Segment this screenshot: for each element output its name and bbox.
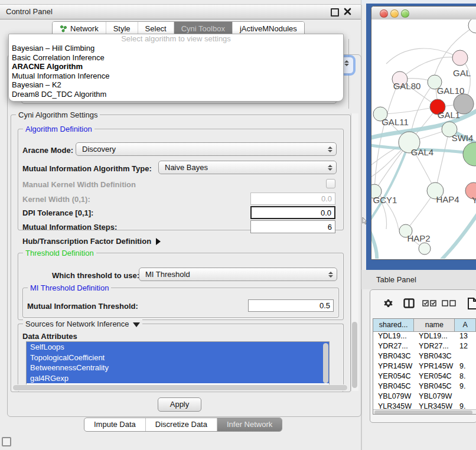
collapse-down-icon[interactable] xyxy=(133,322,140,327)
table-row[interactable]: YBL079WYBL079W xyxy=(373,392,476,402)
apply-button[interactable]: Apply xyxy=(158,397,201,412)
combo-arrows-icon xyxy=(328,165,332,171)
table-cell: YLR345W xyxy=(414,402,455,409)
table-row[interactable]: YBR043CYBR043C xyxy=(373,351,476,361)
attribute-item[interactable]: SelfLoops xyxy=(27,342,329,353)
network-node[interactable] xyxy=(468,19,476,33)
table-cell: 9. xyxy=(455,361,476,371)
close-traffic-light-icon[interactable] xyxy=(380,9,388,18)
algorithm-option[interactable]: Dream8 DC_TDC Algorithm xyxy=(9,90,343,99)
network-edge xyxy=(434,208,476,259)
table-cell: YDL19... xyxy=(414,331,455,341)
mi-threshold-field[interactable] xyxy=(248,299,334,312)
column-header-name[interactable]: name xyxy=(414,319,455,331)
network-canvas[interactable]: GALGAL80GAL10GAL1GAL11SWI4GAL4GCY1HAP4YH… xyxy=(371,19,476,259)
kernel-width-label: Kernel Width (0,1): xyxy=(22,195,90,204)
mouse-cursor-icon xyxy=(362,217,367,224)
column-header-partial[interactable]: A xyxy=(455,319,476,331)
tab-infer-network[interactable]: Infer Network xyxy=(217,418,282,431)
table-cell: YBL079W xyxy=(414,392,455,402)
dpi-tolerance-field[interactable] xyxy=(250,206,335,219)
document-icon[interactable] xyxy=(467,297,476,310)
node-label: GAL80 xyxy=(393,81,421,91)
algorithm-option[interactable]: Bayesian – K2 xyxy=(9,80,343,90)
tab-cyni-toolbox[interactable]: Cyni Toolbox xyxy=(174,22,233,35)
node-label: HAP4 xyxy=(436,194,459,204)
tab-label: Cyni Toolbox xyxy=(181,24,225,33)
minimize-traffic-light-icon[interactable] xyxy=(390,9,399,18)
network-view-window[interactable]: GALGAL80GAL10GAL1GAL11SWI4GAL4GCY1HAP4YH… xyxy=(371,6,476,260)
table-row[interactable]: YPR145WYPR145W9. xyxy=(373,361,476,371)
attribute-item[interactable]: TopologicalCoefficient xyxy=(27,353,329,363)
float-window-icon[interactable] xyxy=(331,8,339,17)
table-cell: YLR345W xyxy=(373,402,414,409)
column-header-shared-name[interactable]: shared... xyxy=(373,319,414,331)
zoom-traffic-light-icon[interactable] xyxy=(401,9,409,18)
network-node[interactable] xyxy=(419,243,431,255)
columns-icon[interactable] xyxy=(403,298,415,308)
table-cell: 8. xyxy=(455,371,476,381)
dock-window-icon[interactable] xyxy=(2,437,11,446)
table-cell: YER054C xyxy=(414,371,455,381)
table-row[interactable]: YDL19...YDL19...13 xyxy=(373,331,476,341)
table-horizontal-scrollbar[interactable] xyxy=(373,409,476,415)
aracne-mode-label: Aracne Mode: xyxy=(22,146,73,155)
hub-definition-section[interactable]: Hub/Transcription Factor Definition xyxy=(22,236,161,246)
tab-discretize-data[interactable]: Discretize Data xyxy=(146,418,217,431)
table-row[interactable]: YDR27...YDR27...12 xyxy=(373,341,476,351)
tab-jactivemnodules[interactable]: jActiveMNodules xyxy=(233,22,304,35)
tab-style[interactable]: Style xyxy=(106,22,138,35)
attribute-item[interactable]: BetweennessCentrality xyxy=(27,363,329,373)
network-window-titlebar[interactable] xyxy=(371,6,476,20)
algorithm-dropdown-popup: Select algorithm to view settings Bayesi… xyxy=(8,34,344,102)
which-threshold-combo[interactable]: MI Threshold xyxy=(139,268,337,281)
node-label: GCY1 xyxy=(373,195,397,205)
algorithm-option[interactable]: Basic Correlation Inference xyxy=(9,53,343,63)
data-attributes-label: Data Attributes xyxy=(22,332,77,341)
attribute-item[interactable]: gal4RGexp xyxy=(27,373,329,384)
tab-label: jActiveMNodules xyxy=(240,24,297,33)
table-panel-titlebar: Table Panel xyxy=(361,270,476,289)
checked-pair-icon[interactable] xyxy=(422,300,436,306)
control-panel-titlebar: Control Panel xyxy=(0,4,361,19)
network-edge xyxy=(371,227,377,259)
tab-label: Network xyxy=(70,24,99,33)
combo-value: Discovery xyxy=(82,145,328,154)
table-row[interactable]: YER054CYER054C8. xyxy=(373,371,476,381)
horizontal-scrollbar[interactable] xyxy=(12,384,348,391)
combo-arrows-icon xyxy=(328,146,332,152)
kernel-width-field[interactable] xyxy=(250,193,335,205)
node-label: GAL11 xyxy=(382,117,409,127)
mi-steps-label: Mutual Information Steps: xyxy=(22,223,117,231)
mi-steps-field[interactable] xyxy=(250,220,335,233)
manual-kernel-width-checkbox[interactable] xyxy=(326,179,335,188)
tab-select[interactable]: Select xyxy=(138,22,174,35)
application-root: Control Panel Network Style Select Cyni … xyxy=(0,0,476,450)
tab-network[interactable]: Network xyxy=(53,22,106,35)
aracne-mode-combo[interactable]: Discovery xyxy=(76,142,337,156)
mi-threshold-label: Mutual Information Threshold: xyxy=(27,302,138,311)
algorithm-option[interactable]: Bayesian – Hill Climbing xyxy=(9,44,343,53)
algorithm-option[interactable]: ARACNE Algorithm xyxy=(9,62,343,71)
mi-algorithm-type-combo[interactable]: Naive Bayes xyxy=(158,161,337,174)
close-icon[interactable] xyxy=(344,8,351,15)
table-cell: YDL19... xyxy=(373,331,414,341)
data-attributes-list[interactable]: SelfLoopsTopologicalCoefficientBetweenne… xyxy=(26,341,330,386)
settings-scrollbar[interactable] xyxy=(351,113,358,391)
table-row[interactable]: YLR345WYLR345W9. xyxy=(373,402,476,409)
list-scrollbar[interactable] xyxy=(323,343,328,383)
tab-impute-data[interactable]: Impute Data xyxy=(84,418,146,431)
table-panel-title: Table Panel xyxy=(376,275,416,284)
gear-icon[interactable] xyxy=(383,298,393,308)
hub-definition-label: Hub/Transcription Factor Definition xyxy=(22,237,151,246)
inference-group-border xyxy=(348,39,349,109)
unchecked-pair-icon[interactable] xyxy=(442,300,456,306)
combo-value: Naive Bayes xyxy=(165,163,328,172)
network-node[interactable] xyxy=(463,142,476,166)
table-row[interactable]: YBR045CYBR045C9. xyxy=(373,381,476,392)
table-cell: YBR043C xyxy=(373,351,414,361)
node-table[interactable]: shared... name A YDL19...YDL19...13YDR27… xyxy=(373,318,476,415)
network-node[interactable] xyxy=(452,50,468,66)
algorithm-option[interactable]: Mutual Information Inference xyxy=(9,71,343,81)
expand-right-icon xyxy=(156,238,161,245)
